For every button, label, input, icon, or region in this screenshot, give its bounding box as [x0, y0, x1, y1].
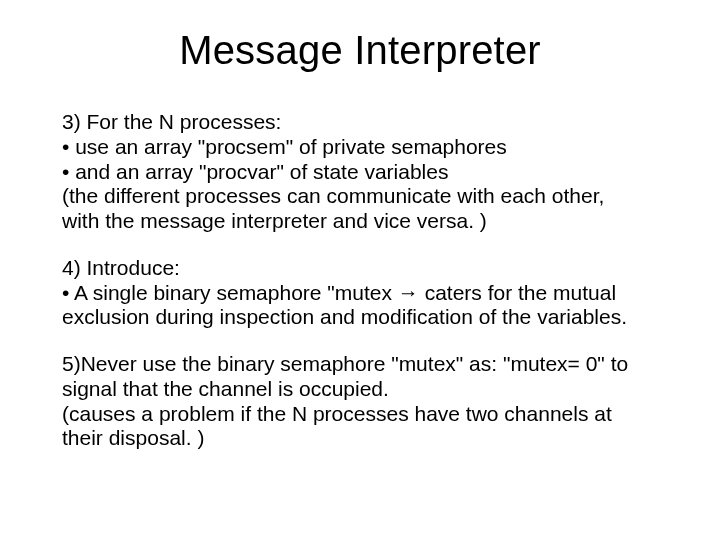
section-4-bullet-line-2: exclusion during inspection and modifica… [62, 305, 662, 330]
section-5-line-4: their disposal. ) [62, 426, 662, 451]
section-4-heading: 4) Introduce: [62, 256, 662, 281]
section-3-bullet-1: use an array "procsem" of private semaph… [62, 135, 662, 160]
section-5: 5)Never use the binary semaphore "mutex"… [62, 352, 662, 451]
section-3: 3) For the N processes: use an array "pr… [62, 110, 662, 234]
section-4: 4) Introduce: A single binary semaphore … [62, 256, 662, 330]
section-5-line-2: signal that the channel is occupied. [62, 377, 662, 402]
section-3-bullet-2: and an array "procvar" of state variable… [62, 160, 662, 185]
section-4-bullet-line-1: A single binary semaphore "mutex → cater… [62, 281, 662, 306]
section-3-heading: 3) For the N processes: [62, 110, 662, 135]
section-3-tail-2: with the message interpreter and vice ve… [62, 209, 662, 234]
section-3-tail-1: (the different processes can communicate… [62, 184, 662, 209]
slide: Message Interpreter 3) For the N process… [0, 0, 720, 540]
slide-body: 3) For the N processes: use an array "pr… [62, 110, 662, 473]
section-5-line-3: (causes a problem if the N processes hav… [62, 402, 662, 427]
section-5-line-1: 5)Never use the binary semaphore "mutex"… [62, 352, 662, 377]
slide-title: Message Interpreter [0, 28, 720, 73]
